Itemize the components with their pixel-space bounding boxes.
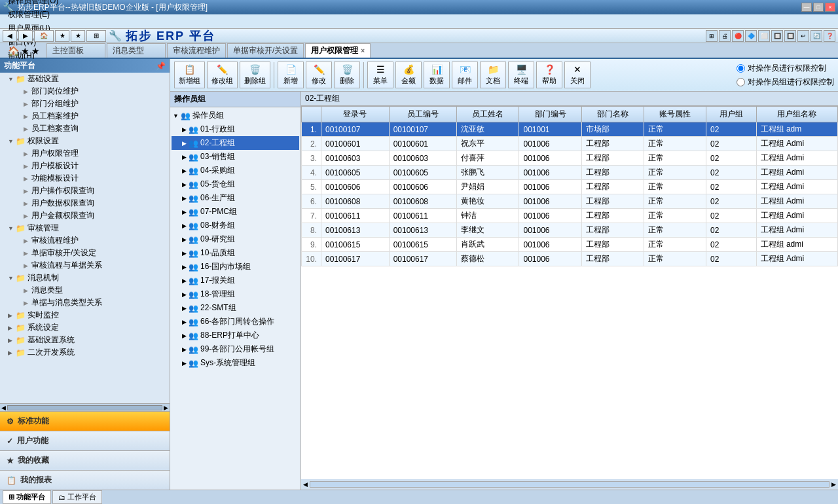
action-btn-新增[interactable]: 📄新增 [278, 62, 304, 88]
sidebar-tree-item-9[interactable]: ▶用户操作权限查询 [0, 185, 170, 197]
tab-0[interactable]: 主控面板 [46, 43, 105, 58]
op-tree-item-22[interactable]: ▶👥22-SMT组 [172, 301, 299, 315]
home-tab-icon[interactable]: 🏠 [8, 46, 19, 56]
close-button[interactable]: × [825, 3, 835, 12]
table-row-7[interactable]: 7.0010061100100611钟洁001006工程部正常02工程组 Adm… [302, 209, 838, 223]
op-tree-item-05[interactable]: ▶👥05-货仓组 [172, 177, 299, 191]
sidebar-tree-item-11[interactable]: ▶用户金额权限查询 [0, 209, 170, 222]
op-tree-item-09[interactable]: ▶👥09-研究组 [172, 232, 299, 246]
table-row-1[interactable]: 1.0010010700100107沈亚敏001001市场部正常02工程组 ad… [302, 122, 838, 137]
sidebar-scroll-right[interactable]: ▶ [164, 405, 168, 411]
minimize-button[interactable]: — [801, 3, 812, 12]
action-btn-数据[interactable]: 📊数据 [424, 62, 450, 88]
action-btn-删除组[interactable]: 🗑️删除组 [240, 62, 270, 88]
sidebar-tree-item-22[interactable]: ▶📁二次开发系统 [0, 346, 170, 359]
sidebar-bottom-btn-2[interactable]: ★我的收藏 [0, 450, 170, 470]
table-row-5[interactable]: 5.0010060600100606尹娟娟001006工程部正常02工程组 Ad… [302, 180, 838, 194]
bookmark2-icon[interactable]: ★ [31, 46, 40, 56]
tab-close-4[interactable]: × [361, 47, 365, 54]
op-tree-item-99[interactable]: ▶👥99-各部门公用帐号组 [172, 342, 299, 356]
maximize-button[interactable]: □ [813, 3, 824, 12]
table-row-9[interactable]: 9.0010061500100615肖跃武001006工程部正常02工程组 ad… [302, 238, 838, 252]
table-row-4[interactable]: 4.0010060500100605张鹏飞001006工程部正常02工程组 Ad… [302, 166, 838, 180]
action-btn-关闭[interactable]: ✕关闭 [564, 62, 591, 88]
sidebar-bottom-btn-3[interactable]: 📋我的报表 [0, 470, 170, 490]
col-header-6[interactable]: 用户组 [706, 107, 756, 122]
action-btn-金额[interactable]: 💰金额 [395, 62, 422, 88]
icon3[interactable]: 🔴 [732, 30, 744, 42]
action-btn-新增组[interactable]: 📋新增组 [174, 62, 205, 88]
sidebar-tree-item-2[interactable]: ▶部门分组维护 [0, 98, 170, 110]
sidebar-tree-item-1[interactable]: ▶部门岗位维护 [0, 85, 170, 98]
sidebar-tree-item-21[interactable]: ▶📁基础设置系统 [0, 334, 170, 346]
op-tree-item-10[interactable]: ▶👥10-品质组 [172, 246, 299, 260]
col-header-0[interactable]: 登录号 [321, 107, 390, 122]
radio-input-1[interactable] [737, 78, 745, 86]
col-header-1[interactable]: 员工编号 [389, 107, 457, 122]
bottom-tab-1[interactable]: 🗂工作平台 [52, 490, 102, 504]
icon4[interactable]: 🔷 [745, 30, 757, 42]
icon9[interactable]: 🔄 [811, 30, 822, 42]
sidebar-tree-item-10[interactable]: ▶用户数据权限查询 [0, 197, 170, 209]
sidebar-tree-item-5[interactable]: ▼📁权限设置 [0, 135, 170, 147]
sidebar-tree-item-13[interactable]: ▶审核流程维护 [0, 234, 170, 247]
op-tree-item-03[interactable]: ▶👥03-销售组 [172, 150, 299, 164]
sidebar-tree-item-3[interactable]: ▶员工档案维护 [0, 110, 170, 122]
op-tree-item-04[interactable]: ▶👥04-采购组 [172, 164, 299, 177]
menu-item-E[interactable]: 权限管理(E) [3, 8, 71, 22]
home-button[interactable]: 🏠 [34, 30, 54, 42]
sidebar-pin-icon[interactable]: 📌 [156, 62, 166, 71]
icon10[interactable]: ❓ [824, 30, 835, 42]
sidebar-tree-item-8[interactable]: ▶功能模板设计 [0, 172, 170, 185]
radio-input-0[interactable] [737, 64, 745, 73]
col-header-5[interactable]: 账号属性 [644, 107, 706, 122]
sidebar-tree-item-16[interactable]: ▼📁消息机制 [0, 272, 170, 284]
sidebar-bottom-btn-0[interactable]: ⚙标准功能 [0, 411, 170, 431]
sidebar-tree-item-14[interactable]: ▶单据审核开/关设定 [0, 247, 170, 259]
table-row-8[interactable]: 8.0010061300100613李继文001006工程部正常02工程组 Ad… [302, 223, 838, 238]
data-table[interactable]: 登录号员工编号员工姓名部门编号部门名称账号属性用户组用户组名称 1.001001… [301, 106, 838, 479]
op-tree-item-Sys[interactable]: ▶👥Sys-系统管理组 [172, 356, 299, 370]
op-tree-item-18[interactable]: ▶👥18-管理组 [172, 287, 299, 301]
sidebar-tree-item-15[interactable]: ▶审核流程与单据关系 [0, 259, 170, 272]
sidebar-tree-item-0[interactable]: ▼📁基础设置 [0, 73, 170, 85]
back-button[interactable]: ◀ [3, 30, 17, 42]
op-tree-item-02[interactable]: ▶👥02-工程组 [172, 136, 299, 150]
col-header-2[interactable]: 员工姓名 [457, 107, 519, 122]
action-btn-菜单[interactable]: ☰菜单 [367, 62, 393, 88]
op-tree-item-07[interactable]: ▶👥07-PMC组 [172, 205, 299, 219]
scroll-left-arrow[interactable]: ◀ [301, 481, 310, 488]
scroll-right-arrow[interactable]: ▶ [829, 481, 838, 488]
icon7[interactable]: 🔲 [784, 30, 796, 42]
sidebar-tree-item-18[interactable]: ▶单据与消息类型关系 [0, 297, 170, 309]
operator-tree[interactable]: ▼👥操作员组▶👥01-行政组▶👥02-工程组▶👥03-销售组▶👥04-采购组▶👥… [170, 107, 301, 490]
sidebar-tree-item-20[interactable]: ▶📁系统设定 [0, 321, 170, 334]
action-btn-修改[interactable]: ✏️修改 [306, 62, 332, 88]
op-tree-item-66[interactable]: ▶👥66-各部门周转仓操作 [172, 315, 299, 329]
menu-item-O[interactable]: 操作员管理(O) [3, 0, 71, 8]
bookmark-icon[interactable]: ★ [21, 46, 29, 56]
tab-1[interactable]: 消息类型 [107, 43, 166, 58]
action-btn-终端[interactable]: 🖥️终端 [508, 62, 534, 88]
icon1[interactable]: ⊞ [706, 30, 718, 42]
sidebar-tree-item-19[interactable]: ▶📁实时监控 [0, 309, 170, 321]
tab-2[interactable]: 审核流程维护 [167, 43, 226, 58]
table-row-2[interactable]: 2.0010060100100601祝东平001006工程部正常02工程组 Ad… [302, 137, 838, 151]
op-tree-root[interactable]: ▼👥操作员组 [172, 109, 299, 122]
star2-button[interactable]: ★ [71, 30, 85, 42]
op-tree-item-08[interactable]: ▶👥08-财务组 [172, 219, 299, 232]
star-button[interactable]: ★ [55, 30, 69, 42]
bottom-tab-0[interactable]: ⊞功能平台 [3, 490, 51, 504]
icon2[interactable]: 🖨 [719, 30, 731, 42]
tab-4[interactable]: 用户权限管理× [305, 43, 371, 58]
action-btn-邮件[interactable]: 📧邮件 [452, 62, 478, 88]
sidebar-tree-item-6[interactable]: ▶用户权限管理 [0, 147, 170, 160]
sidebar-tree-item-12[interactable]: ▼📁审核管理 [0, 222, 170, 234]
sidebar-tree[interactable]: ▼📁基础设置▶部门岗位维护▶部门分组维护▶员工档案维护▶员工档案查询▼📁权限设置… [0, 73, 170, 403]
sidebar-scroll-left[interactable]: ◀ [1, 405, 6, 411]
col-header-4[interactable]: 部门名称 [581, 107, 644, 122]
op-tree-item-01[interactable]: ▶👥01-行政组 [172, 122, 299, 136]
op-tree-item-06[interactable]: ▶👥06-生产组 [172, 191, 299, 205]
op-tree-item-17[interactable]: ▶👥17-报关组 [172, 274, 299, 287]
icon5[interactable]: ⬜ [758, 30, 770, 42]
